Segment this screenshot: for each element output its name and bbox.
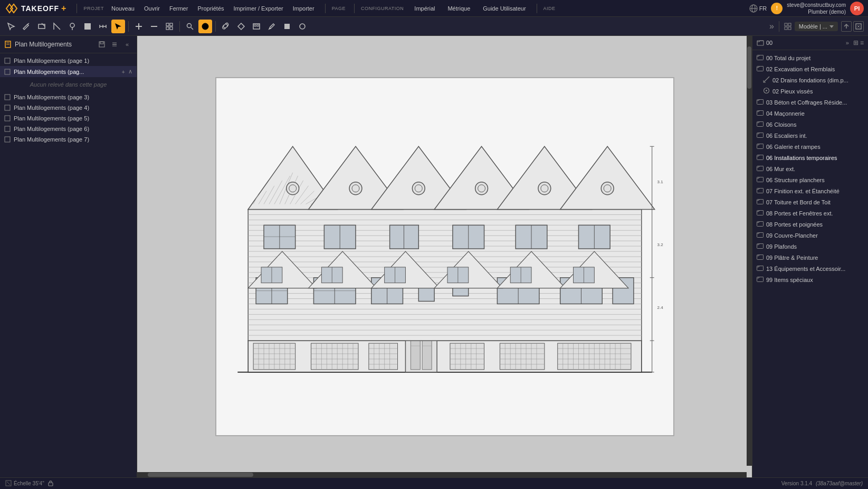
user-role: Plumber (demo) [787, 8, 846, 15]
tool-select[interactable] [4, 20, 18, 33]
folder-icon [757, 109, 764, 116]
scale-lock-icon[interactable] [47, 480, 54, 487]
right-action-1[interactable]: ⊞ [853, 39, 859, 46]
svg-point-256 [766, 90, 767, 91]
sidebar-page-7-label: Plan Multilogements (page 7) [14, 136, 89, 143]
tool-minus[interactable] [147, 20, 161, 33]
menu-importer[interactable]: Importer [289, 4, 319, 13]
page-icon-2 [4, 69, 11, 75]
page-add-icon[interactable]: + [122, 69, 125, 75]
right-sidebar-tree: 00 Total du projet 02 Excavation et Remb… [752, 50, 868, 477]
tool-add[interactable] [132, 20, 146, 33]
tree-item-4[interactable]: 03 Béton et Coffrages Réside... [752, 97, 868, 108]
tree-item-13[interactable]: 07 Toiture et Bord de Toit [752, 196, 868, 208]
menu-imprimer[interactable]: Imprimer / Exporter [230, 4, 288, 13]
tree-item-1[interactable]: 02 Excavation et Remblais [752, 63, 868, 74]
menu-imperial[interactable]: Impérial [410, 4, 439, 13]
tool-link[interactable] [219, 20, 233, 33]
tree-item-15[interactable]: 08 Portes et poignées [752, 219, 868, 230]
notification-icon[interactable]: ! [771, 3, 783, 14]
app-plus: + [61, 4, 66, 13]
tree-item-8[interactable]: 06 Galerie et rampes [752, 141, 868, 152]
tree-item-12[interactable]: 07 Finition ext. et Étanchéité [752, 185, 868, 196]
tree-item-16[interactable]: 09 Couvre-Plancher [752, 230, 868, 241]
blueprint-view[interactable]: 3.1 3.2 2.4 [215, 77, 674, 436]
menu-guide[interactable]: Guide Utilisateur [479, 4, 530, 13]
menu-nouveau[interactable]: Nouveau [107, 4, 139, 13]
menu-metrique[interactable]: Métrique [443, 4, 474, 13]
tree-item-19[interactable]: 13 Équipements et Accessoir... [752, 263, 868, 274]
sidebar-page-5[interactable]: Plan Multilogements (page 5) [0, 113, 137, 124]
user-avatar[interactable]: PI [850, 2, 864, 15]
svg-rect-268 [757, 222, 764, 227]
right-sidebar-expand-icon[interactable]: » [846, 40, 849, 46]
sidebar-page-1-label: Plan Multilogements (page 1) [14, 58, 89, 64]
tree-item-label-12: 07 Finition ext. et Étanchéité [766, 188, 864, 194]
svg-point-33 [300, 24, 305, 29]
sidebar-page-3[interactable]: Plan Multilogements (page 3) [0, 92, 137, 102]
grid-view-icon[interactable] [784, 23, 791, 30]
right-action-2[interactable]: ≡ [860, 39, 864, 46]
tool-fill[interactable] [81, 20, 94, 33]
horizontal-scrollbar[interactable] [137, 472, 747, 477]
tool-pen[interactable] [265, 20, 279, 33]
tool-square-fill[interactable] [280, 20, 294, 33]
tree-item-9[interactable]: 06 Installations temporaires [752, 152, 868, 163]
vertical-scrollbar[interactable] [747, 36, 752, 466]
toolbar-action-2[interactable] [853, 21, 864, 32]
svg-rect-266 [757, 200, 764, 204]
sidebar-page-1[interactable]: Plan Multilogements (page 1) [0, 55, 137, 66]
language-button[interactable]: FR [749, 4, 767, 13]
tool-angle[interactable] [50, 20, 64, 33]
scrollbar-thumb-v[interactable] [747, 46, 751, 89]
tree-item-11[interactable]: 06 Structure planchers [752, 174, 868, 185]
tool-window[interactable] [250, 20, 263, 33]
tool-circle[interactable] [295, 20, 309, 33]
tool-measure[interactable] [96, 20, 110, 33]
tree-item-20[interactable]: 99 Items spéciaux [752, 274, 868, 285]
sidebar-page-2[interactable]: Plan Multilogements (pag... + ∧ [0, 66, 137, 77]
tree-item-label-4: 03 Béton et Coffrages Réside... [766, 99, 864, 106]
svg-point-195 [349, 182, 362, 195]
svg-rect-56 [5, 126, 10, 131]
tool-pin[interactable] [65, 20, 79, 33]
tree-item-2[interactable]: 02 Drains fondations (dim.p... [752, 74, 868, 86]
tree-item-7[interactable]: 06 Escaliers int. [752, 130, 868, 141]
tree-item-label-3: 02 Pieux vissés [772, 88, 864, 95]
tool-rectangle[interactable] [35, 20, 49, 33]
tree-item-14[interactable]: 08 Portes et Fenêtres ext. [752, 208, 868, 219]
canvas-inner[interactable]: 3.1 3.2 2.4 [137, 36, 752, 477]
sidebar-collapse-icon[interactable] [109, 39, 120, 50]
expand-right-icon[interactable]: » [769, 22, 774, 31]
menu-fermer[interactable]: Fermer [165, 4, 192, 13]
folder-icon [757, 209, 764, 216]
sidebar-page-7[interactable]: Plan Multilogements (page 7) [0, 134, 137, 145]
sidebar-page-4[interactable]: Plan Multilogements (page 4) [0, 102, 137, 113]
tree-item-17[interactable]: 09 Plafonds [752, 241, 868, 252]
sidebar-page-6[interactable]: Plan Multilogements (page 6) [0, 124, 137, 134]
tree-item-18[interactable]: 09 Plâtre & Peinture [752, 252, 868, 263]
folder-icon [757, 265, 764, 271]
tree-item-10[interactable]: 06 Mur ext. [752, 163, 868, 174]
toolbar-action-1[interactable] [841, 21, 852, 32]
canvas-area[interactable]: 3.1 3.2 2.4 [137, 36, 752, 477]
tree-item-5[interactable]: 04 Maçonnerie [752, 108, 868, 119]
page-expand-icon[interactable]: ∧ [128, 68, 132, 75]
tool-diamond[interactable] [234, 20, 248, 33]
model-dropdown[interactable]: Modèle | ... [795, 22, 838, 31]
menu-ouvrir[interactable]: Ouvrir [140, 4, 164, 13]
sidebar-save-icon[interactable] [97, 39, 107, 50]
tree-item-0[interactable]: 00 Total du projet [752, 52, 868, 63]
tool-search[interactable] [183, 20, 197, 33]
tool-draw[interactable] [20, 20, 33, 33]
menu-proprietes[interactable]: Propriétés [193, 4, 228, 13]
tool-grid[interactable] [163, 20, 176, 33]
scrollbar-thumb-h[interactable] [148, 473, 253, 477]
folder-icon [757, 198, 764, 205]
tool-cursor[interactable] [111, 20, 125, 33]
tree-item-3[interactable]: 02 Pieux vissés [752, 86, 868, 97]
folder-icon [757, 54, 764, 61]
sidebar-chevron-icon[interactable]: « [122, 39, 132, 50]
tool-highlight[interactable] [198, 20, 212, 33]
tree-item-6[interactable]: 06 Cloisons [752, 119, 868, 130]
